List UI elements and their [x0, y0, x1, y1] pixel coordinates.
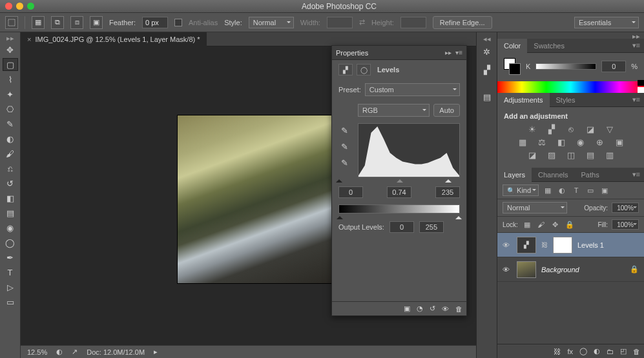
adjustments-panel-menu-icon[interactable]: ▾≡: [628, 95, 644, 104]
adjustments-tab[interactable]: Adjustments: [497, 93, 550, 107]
white-output-slider[interactable]: [455, 213, 462, 219]
layer-fx-icon[interactable]: fx: [567, 348, 573, 355]
paths-tab[interactable]: Paths: [575, 168, 606, 182]
properties-collapse-icon[interactable]: ▸▸: [445, 49, 452, 56]
black-point-eyedropper-icon[interactable]: ✎: [341, 126, 348, 135]
filter-pixel-icon[interactable]: ▦: [543, 185, 553, 195]
levels-adjustment-icon[interactable]: ▞: [338, 64, 353, 75]
properties-icon[interactable]: ▤: [479, 89, 495, 104]
zoom-window-button[interactable]: [27, 3, 34, 10]
input-black-value[interactable]: 0: [338, 186, 363, 198]
lock-position-icon[interactable]: ✥: [550, 219, 561, 230]
mask-icon[interactable]: ◯: [357, 64, 371, 75]
color-spectrum[interactable]: [497, 81, 644, 93]
dodge-tool[interactable]: ◯: [3, 236, 18, 249]
export-icon[interactable]: ↗: [72, 348, 78, 356]
reset-icon[interactable]: ↺: [430, 304, 435, 313]
close-tab-icon[interactable]: ×: [27, 35, 31, 43]
layer-name[interactable]: Levels 1: [577, 241, 604, 249]
threshold-icon[interactable]: ◫: [565, 150, 577, 160]
blur-tool[interactable]: ◉: [3, 221, 18, 234]
new-selection-icon[interactable]: ▦: [32, 16, 45, 29]
subtract-selection-icon[interactable]: ⧈: [70, 16, 83, 29]
new-group-icon[interactable]: 🗀: [607, 348, 614, 355]
style-dropdown[interactable]: Normal: [249, 17, 294, 28]
output-black-value[interactable]: 0: [390, 221, 414, 233]
healing-brush-tool[interactable]: ◐: [3, 132, 18, 145]
gradient-tool[interactable]: ▤: [3, 206, 18, 219]
spectrum-white[interactable]: [638, 87, 644, 93]
previous-state-icon[interactable]: ◔: [417, 304, 423, 313]
history-brush-tool[interactable]: ↺: [3, 177, 18, 190]
feather-input[interactable]: 0 px: [142, 17, 168, 28]
layer-levels-1[interactable]: 👁 ▞ ⛓ Levels 1: [497, 233, 644, 257]
marquee-tool[interactable]: ▢: [3, 58, 18, 71]
brush-tool[interactable]: 🖌: [3, 147, 18, 160]
bw-icon[interactable]: ◧: [556, 137, 567, 147]
properties-menu-icon[interactable]: ▾≡: [455, 49, 462, 56]
foreground-background-swatch[interactable]: [504, 58, 521, 75]
workspace-switcher[interactable]: Essentials: [574, 17, 639, 28]
black-input-slider[interactable]: [336, 176, 342, 183]
refine-edge-button[interactable]: Refine Edge...: [433, 16, 492, 29]
tool-preset-picker[interactable]: [5, 16, 18, 29]
brightness-contrast-icon[interactable]: ☀: [526, 124, 538, 134]
levels-icon[interactable]: ▞: [546, 124, 557, 134]
fill-input[interactable]: 100%: [612, 219, 639, 230]
doc-info-dropdown-icon[interactable]: ▸: [154, 348, 158, 356]
color-balance-icon[interactable]: ⚖: [536, 137, 548, 147]
channel-dropdown[interactable]: RGB: [358, 104, 430, 117]
black-output-slider[interactable]: [337, 213, 343, 219]
link-layers-icon[interactable]: ⛓: [554, 348, 561, 355]
auto-button[interactable]: Auto: [433, 104, 460, 117]
lock-all-icon[interactable]: 🔒: [565, 219, 575, 230]
new-adjustment-layer-icon[interactable]: ◐: [594, 347, 600, 355]
crop-tool[interactable]: ⎔: [3, 103, 18, 115]
invert-icon[interactable]: ◪: [526, 150, 538, 160]
lock-pixels-icon[interactable]: 🖌: [536, 219, 546, 230]
magic-wand-tool[interactable]: ✦: [3, 88, 18, 101]
k-input[interactable]: 0: [601, 61, 626, 72]
filter-smart-icon[interactable]: ▣: [599, 185, 610, 195]
lasso-tool[interactable]: ⌇: [3, 73, 18, 86]
styles-tab[interactable]: Styles: [550, 93, 582, 107]
clone-stamp-tool[interactable]: ⎌: [3, 162, 18, 175]
white-point-eyedropper-icon[interactable]: ✎: [341, 158, 348, 168]
lock-transparency-icon[interactable]: ▦: [522, 219, 532, 230]
toggle-visibility-icon[interactable]: 👁: [442, 305, 449, 313]
dock-expand-icon[interactable]: ◂◂: [477, 35, 497, 41]
layers-tab[interactable]: Layers: [497, 168, 532, 182]
vibrance-icon[interactable]: ▽: [604, 124, 616, 134]
layer-name[interactable]: Background: [541, 266, 579, 273]
visibility-toggle-icon[interactable]: 👁: [503, 241, 512, 249]
exposure-adj-icon[interactable]: ◪: [585, 124, 596, 134]
color-lookup-icon[interactable]: ▣: [614, 137, 625, 147]
spectrum-black[interactable]: [638, 80, 644, 86]
color-panel-menu-icon[interactable]: ▾≡: [628, 41, 644, 50]
toolbar-expand-icon[interactable]: ▸▸: [0, 35, 20, 41]
clip-to-layer-icon[interactable]: ▣: [404, 304, 410, 313]
add-selection-icon[interactable]: ⧉: [51, 16, 64, 29]
document-tab[interactable]: × IMG_0024.JPG @ 12.5% (Levels 1, Layer …: [21, 32, 207, 46]
curves-icon[interactable]: ⎋: [565, 124, 577, 134]
rectangle-tool[interactable]: ▭: [3, 295, 18, 308]
white-input-slider[interactable]: [445, 176, 452, 183]
histogram[interactable]: [358, 123, 460, 177]
opacity-input[interactable]: 100%: [612, 203, 639, 213]
filter-shape-icon[interactable]: ▭: [585, 185, 596, 195]
new-layer-icon[interactable]: ◰: [620, 347, 627, 355]
output-white-value[interactable]: 255: [419, 221, 444, 233]
output-gradient[interactable]: [338, 204, 460, 214]
channels-tab[interactable]: Channels: [532, 168, 574, 182]
color-tab[interactable]: Color: [497, 39, 527, 53]
exposure-icon[interactable]: ◐: [56, 348, 63, 356]
photo-filter-icon[interactable]: ◉: [575, 137, 587, 147]
visibility-toggle-icon[interactable]: 👁: [503, 266, 512, 273]
move-tool[interactable]: ✥: [3, 43, 18, 56]
zoom-level[interactable]: 12.5%: [27, 348, 47, 356]
hue-sat-icon[interactable]: ▦: [517, 137, 528, 147]
input-mid-value[interactable]: 0.74: [387, 186, 411, 198]
navigator-icon[interactable]: ✲: [479, 44, 495, 59]
type-tool[interactable]: T: [3, 266, 18, 279]
layer-mask-thumb[interactable]: [553, 237, 572, 254]
